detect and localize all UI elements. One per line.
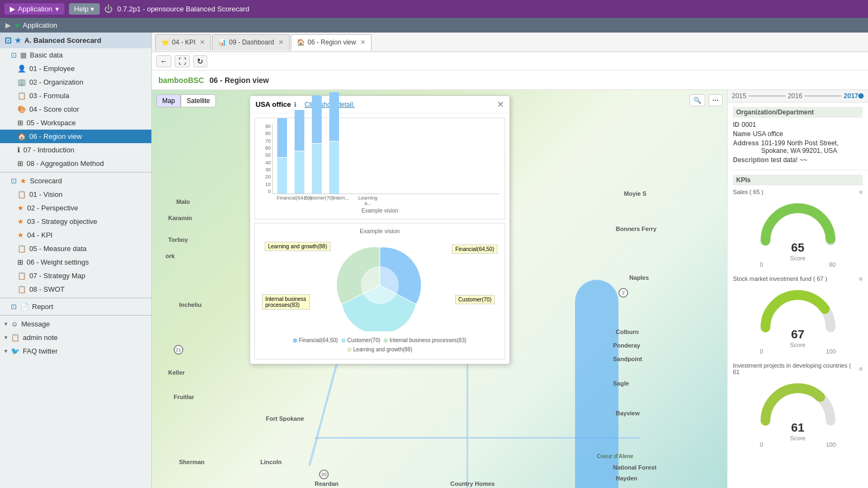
help-button[interactable]: Help ▾ [69,3,100,15]
legend-dot-internal [384,338,388,343]
legend-internal: Internal business processes(83) [384,337,467,343]
sidebar-item-employee[interactable]: 👤 01 - Employee [0,62,151,75]
legend-label-customer: Customer(70) [347,337,380,343]
sidebar-item-aggregation[interactable]: ⊞ 08 - Aggregation Method [0,157,151,170]
tab-dashboard-close[interactable]: ✕ [278,38,284,46]
sidebar-faqtwitter[interactable]: ▾ 🐦 FAQ twitter [0,344,151,358]
sidebar-item-formula[interactable]: 📋 03 - Formula [0,89,151,102]
tab-kpi[interactable]: ⭐ 04 - KPI ✕ [155,34,211,50]
tab-region-view[interactable]: 🏠 06 - Region view ✕ [291,34,372,50]
gauge-investment-range: 0 100 [760,441,836,448]
sidebar-scorecard[interactable]: ⊡ ★ Scorecard [0,174,151,188]
year-2017: 2017 [844,92,858,100]
x-label-internal: Intern... [331,195,350,206]
sidebar-item-introduction[interactable]: ℹ 07 - Introduction [0,143,151,157]
message-icon: ☺ [11,320,18,328]
legend-dot-learning [347,348,352,352]
bsc-icon: ⊡ [4,35,11,46]
swot-icon: 📋 [17,285,26,293]
app-icon: ▶ [10,5,15,13]
satellite-button[interactable]: Satellite [181,94,216,107]
kpi-investment-menu[interactable]: ≡ [859,365,863,372]
view-titlebar: bambooBSC 06 - Region view [152,70,868,90]
bar-financial-1 [277,118,287,157]
scorecard-star-icon: ★ [20,177,27,185]
sidebar-item-strategy[interactable]: ★ 03 - Strategy objective [0,215,151,228]
strategy-icon: ★ [17,217,24,226]
basic-data-grid-icon: ▦ [20,51,27,59]
kpi-stock-header: Stock market investment fund ( 67 ) ≡ [733,275,863,282]
sidebar-item-swot[interactable]: 📋 08 - SWOT [0,282,151,296]
sidebar-divider-3 [0,315,151,316]
tab-dashboard[interactable]: 📊 09 - Dashboard ✕ [212,34,290,50]
x-label-learning: Learning a... [358,195,378,206]
map-zoom-control[interactable]: 🔍 [690,94,705,106]
year-2015: 2015 [732,92,746,100]
sidebar-item-vision[interactable]: 📋 01 - Vision [0,188,151,201]
tab-dashboard-label: 09 - Dashboard [229,38,274,46]
sidebar-report[interactable]: ⊡ 📄 Report [0,300,151,313]
formula-icon: 📋 [17,92,26,100]
org-desc-value: test data! ~~ [771,156,807,164]
bar-group-learning [329,92,339,194]
sidebar-item-strategymap[interactable]: 📋 07 - Strategy Map [0,269,151,282]
map-controls: Map Satellite [156,94,216,107]
bar-customer-1 [295,110,304,151]
y-70: 70 [260,138,271,144]
map-label-ponderay: Ponderay [613,342,640,349]
org-address-label: Address [733,139,759,155]
popup-close-button[interactable]: ✕ [497,99,504,110]
kpi-stock-menu[interactable]: ≡ [859,275,863,282]
bar-chart-area: 90 80 70 60 50 40 30 20 10 0 [260,124,499,194]
kpi-item-sales: Sales ( 65 ) ≡ 65 Score [733,189,863,268]
org-id-value: 0001 [742,121,756,129]
tab-region-label: 06 - Region view [308,38,356,46]
gauge-sales-range: 0 80 [760,261,836,268]
score-color-icon: 🎨 [17,105,26,113]
view-body: Map Satellite Malo Karamin Torboy Moyie … [152,90,868,488]
sidebar-item-workspace[interactable]: ⊞ 05 - Workspace [0,116,151,130]
x-axis-labels: Financial(64,50) Customer(70) Intern... … [260,194,499,206]
help-dropdown-icon: ▾ [91,5,94,13]
sidebar-message[interactable]: ▾ ☺ Message [0,317,151,331]
map-label-colburn: Colburn [616,329,639,335]
refresh-button[interactable]: ↻ [193,55,207,67]
sidebar-basic-data[interactable]: ⊡ ▦ Basic data [0,48,151,62]
legend-label-financial: Financial(64,50) [299,337,338,343]
gauge-stock-range: 0 100 [760,348,836,355]
map-menu-control[interactable]: ⋯ [709,94,723,106]
org-section-title: Organization/Department [733,107,863,118]
kpi-sales-header: Sales ( 65 ) ≡ [733,189,863,195]
x-label-financial: Financial(64,50) [277,195,296,206]
employee-label: 01 - Employee [29,65,75,73]
back-button[interactable]: ← [156,55,171,67]
map-label-ork: ork [165,253,175,259]
view-title: 06 - Region view [209,76,269,85]
popup-title-area: USA office ℹ Click show detail. [256,100,355,108]
sidebar-item-measure[interactable]: 📋 05 - Measure data [0,242,151,255]
map-label-sandpoint: Sandpoint [613,356,642,362]
expand-button[interactable]: ⛶ [175,55,190,67]
sidebar-adminnote[interactable]: ▾ 📋 admin note [0,331,151,344]
dropdown-icon: ▾ [55,5,59,13]
power-icon[interactable]: ⏻ [104,4,113,14]
sidebar-item-weight[interactable]: ⊞ 06 - Weight settings [0,255,151,269]
kpi-sales-menu[interactable]: ≡ [859,189,863,195]
kpi-section-title: KPIs [733,175,863,185]
tab-kpi-close[interactable]: ✕ [200,38,205,46]
sidebar-item-region-view[interactable]: 🏠 06 - Region view [0,130,151,143]
gauge-investment: 61 Score 0 100 [733,377,863,448]
sidebar-item-organization[interactable]: 🏢 02 - Organization [0,75,151,89]
tab-region-close[interactable]: ✕ [360,38,366,46]
app-button[interactable]: ▶ Application ▾ [4,3,65,15]
sidebar-item-score-color[interactable]: 🎨 04 - Score color [0,102,151,116]
x-label-customer: Customer(70) [304,195,323,206]
map-button[interactable]: Map [156,94,181,107]
sidebar-item-kpi[interactable]: ★ 04 - KPI [0,228,151,242]
map-container[interactable]: Map Satellite Malo Karamin Torboy Moyie … [152,90,727,488]
y-20: 20 [260,174,271,179]
sidebar-bsc-header[interactable]: ⊡ ★ A. Balanced Scorecard [0,33,151,48]
app-bar: ▶ ★ Application [0,18,868,33]
sidebar-item-perspective[interactable]: ★ 02 - Perspective [0,201,151,215]
timeline-active-dot [858,93,864,99]
